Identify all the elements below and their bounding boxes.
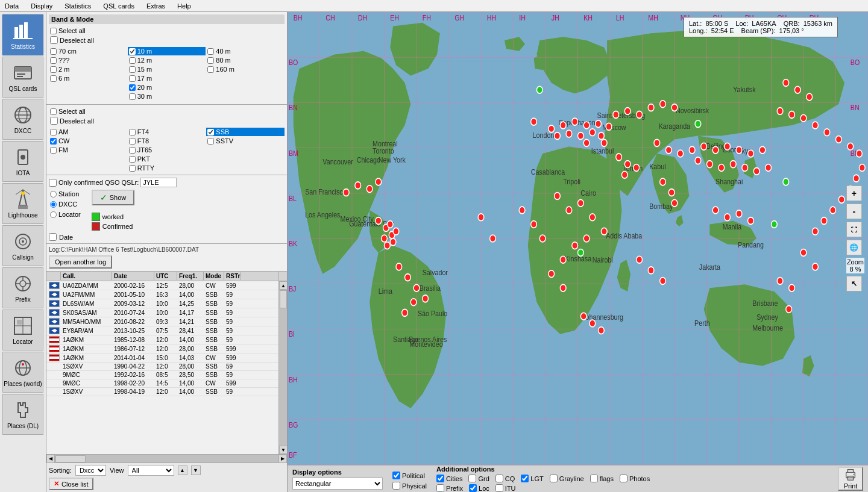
table-row[interactable]: 9MØC 1998-02-20 14:5 14,00 CW 599 — [46, 379, 278, 388]
table-row[interactable]: 1AØKM 2014-01-04 15:0 14,03 CW 599 — [46, 353, 278, 363]
photos-cb[interactable] — [620, 475, 627, 482]
cities-cb-item[interactable]: Cities — [436, 475, 463, 482]
band-10m[interactable]: 10 m — [128, 47, 206, 55]
sort-select[interactable]: Dxcc Call Date — [75, 465, 106, 476]
table-row[interactable]: UA2FM/MM 2001-05-10 16:3 14,00 SSB 59 — [46, 290, 278, 299]
globe-nav-btn[interactable]: 🌐 — [846, 240, 862, 255]
only-confirmed-cb[interactable] — [49, 179, 57, 187]
dxcc-radio[interactable] — [50, 201, 57, 208]
select-all-mode-row[interactable]: Select all — [49, 107, 285, 116]
band-80m[interactable]: 80 m — [206, 56, 285, 64]
sidebar-item-qslcards[interactable]: QSL cards — [2, 57, 43, 98]
scroll-up-btn[interactable]: ▲ — [279, 281, 287, 290]
sort-down-btn[interactable]: ▼ — [191, 466, 201, 475]
map-area[interactable]: BHCHDH EHFHGH HHIHJH KHLHMH NHOHPH QHRH … — [288, 12, 868, 465]
table-row[interactable]: 9MØC 1992-02-16 08:5 28,50 SSB 59 — [46, 371, 278, 379]
band-2m[interactable]: 2 m — [49, 65, 127, 73]
sidebar-item-places-dl[interactable]: Places (DL) — [2, 394, 43, 435]
select-all-band-row[interactable]: Select all — [49, 26, 285, 35]
mode-ft8[interactable]: FT8 — [128, 137, 206, 145]
band-70cm[interactable]: 70 cm — [49, 47, 127, 55]
flags-cb[interactable] — [590, 475, 598, 482]
fit-map-btn[interactable]: ⛶ — [846, 222, 862, 237]
band-40m[interactable]: 40 m — [206, 47, 285, 55]
station-radio[interactable] — [50, 191, 57, 198]
sidebar-item-locator[interactable]: Locator — [2, 310, 43, 350]
zoom-in-btn[interactable]: + — [846, 185, 862, 201]
mode-jt65[interactable]: JT65 — [128, 146, 206, 154]
only-confirmed-row[interactable]: Only confirmed QSO QSLr: — [49, 178, 285, 187]
physical-cb[interactable] — [392, 482, 400, 490]
band-12m[interactable]: 12 m — [128, 56, 206, 64]
band-17m[interactable]: 17 m — [128, 74, 206, 83]
photos-cb-item[interactable]: Photos — [620, 475, 650, 482]
table-row[interactable]: SK0SAS/AM 2010-07-24 10:0 14,17 SSB 59 — [46, 308, 278, 317]
deselect-all-band-cb[interactable] — [50, 36, 58, 44]
loc-cb[interactable] — [469, 484, 477, 492]
sidebar-item-places-world[interactable]: Places (world) — [2, 352, 43, 393]
band-30m[interactable]: 30 m — [128, 92, 206, 101]
mode-sstv[interactable]: SSTV — [206, 137, 285, 145]
prefix-cb[interactable] — [436, 484, 444, 492]
sidebar-item-prefix[interactable]: Prefix — [2, 267, 43, 308]
sidebar-item-lighthouse[interactable]: Lighthouse — [2, 183, 43, 224]
close-list-button[interactable]: ✕ Close list — [49, 478, 93, 490]
dxcc-radio-row[interactable]: DXCC — [49, 200, 82, 208]
cq-cb[interactable] — [495, 475, 503, 482]
mode-cw[interactable]: CW — [49, 137, 127, 145]
band-160m[interactable]: 160 m — [206, 65, 285, 73]
mode-rtty[interactable]: RTTY — [128, 164, 206, 172]
scroll-thumb[interactable] — [280, 290, 287, 308]
menu-qslcards[interactable]: QSL cards — [101, 2, 137, 10]
mode-ssb[interactable]: SSB — [206, 128, 285, 136]
horiz-scroll[interactable]: ◀ ▶ — [46, 454, 287, 462]
deselect-all-band-row[interactable]: Deselect all — [49, 36, 285, 45]
menu-data[interactable]: Data — [2, 2, 21, 10]
locator-radio[interactable] — [50, 211, 57, 218]
table-row[interactable]: EY8AR/AM 2013-10-25 07:5 28,41 SSB 59 — [46, 326, 278, 335]
table-row[interactable]: DL6SW/AM 2009-03-12 10:0 14,25 SSB 59 — [46, 299, 278, 308]
mode-ft4[interactable]: FT4 — [128, 128, 206, 136]
open-log-button[interactable]: Open another log — [49, 255, 112, 269]
date-row[interactable]: Date — [49, 233, 285, 241]
band-20m[interactable]: 20 m — [128, 83, 206, 92]
political-cb[interactable] — [392, 472, 400, 479]
cq-cb-item[interactable]: CQ — [495, 475, 515, 482]
sidebar-item-statistics[interactable]: Statistics — [2, 14, 43, 55]
band-qqq[interactable]: ??? — [49, 56, 127, 64]
grd-cb[interactable] — [468, 475, 476, 482]
deselect-all-mode-cb[interactable] — [50, 117, 58, 125]
sort-up-btn[interactable]: ▲ — [178, 466, 187, 475]
locator-radio-row[interactable]: Locator — [49, 210, 82, 219]
sidebar-item-iota[interactable]: IOTA — [2, 141, 43, 182]
show-button[interactable]: ✓ Show — [92, 190, 135, 205]
view-select[interactable]: All Worked Confirmed — [128, 465, 174, 476]
table-row[interactable]: UA0ZDA/MM 2000-02-16 12:5 28,00 CW 599 — [46, 281, 278, 290]
callsign-input[interactable] — [140, 178, 177, 187]
print-button[interactable]: Print — [838, 467, 863, 491]
table-scrollbar[interactable]: ▲ ▼ — [278, 281, 287, 454]
table-row[interactable]: MM5AHO/MM 2010-08-22 09:3 14,21 SSB 59 — [46, 317, 278, 326]
loc-cb-item[interactable]: Loc — [469, 484, 489, 492]
flags-cb-item[interactable]: flags — [590, 475, 614, 482]
prefix-cb-item[interactable]: Prefix — [436, 484, 463, 492]
band-15m[interactable]: 15 m — [128, 65, 206, 73]
mode-am[interactable]: AM — [49, 128, 127, 136]
deselect-all-mode-row[interactable]: Deselect all — [49, 116, 285, 125]
physical-cb-item[interactable]: Physical — [392, 482, 427, 490]
menu-extras[interactable]: Extras — [144, 2, 168, 10]
zoom-out-btn[interactable]: - — [846, 204, 862, 219]
mode-pkt[interactable]: PKT — [128, 155, 206, 163]
grayline-cb-item[interactable]: Grayline — [550, 475, 584, 482]
political-cb-item[interactable]: Political — [392, 472, 427, 479]
grayline-cb[interactable] — [550, 475, 558, 482]
mode-fm[interactable]: FM — [49, 146, 127, 154]
select-all-band-cb[interactable] — [50, 28, 57, 34]
sidebar-item-callsign[interactable]: Callsign — [2, 225, 43, 266]
display-style-select[interactable]: Rectangular Mercator Azimuthal — [292, 478, 383, 490]
pointer-btn[interactable]: ↖ — [846, 276, 862, 291]
table-row[interactable]: 1SØXV 1990-04-22 12:0 28,00 SSB 59 — [46, 363, 278, 371]
table-row[interactable]: 1SØXV 1998-04-19 12:0 14,00 SSB 59 — [46, 388, 278, 396]
band-6m[interactable]: 6 m — [49, 74, 127, 83]
scroll-down-btn[interactable]: ▼ — [279, 446, 287, 454]
